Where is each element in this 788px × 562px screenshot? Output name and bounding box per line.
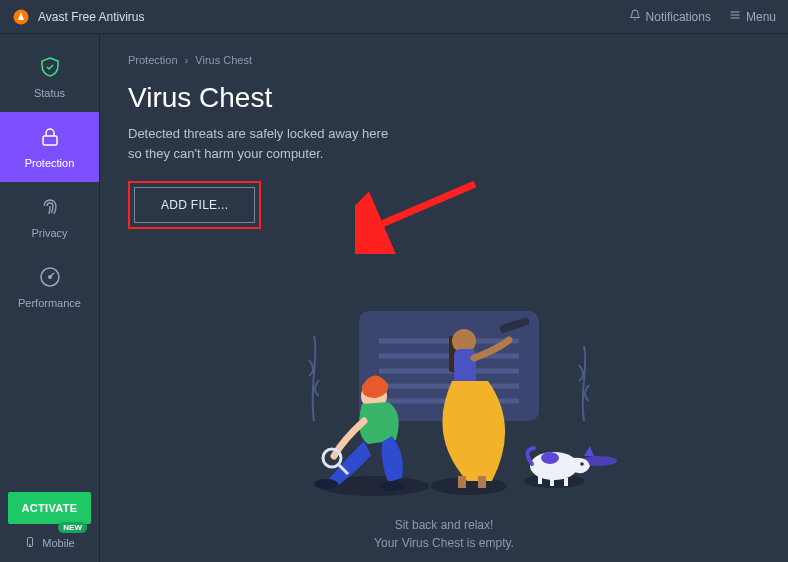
svg-point-32 — [541, 452, 559, 464]
sidebar-item-performance[interactable]: Performance — [0, 252, 99, 322]
sidebar-item-label: Protection — [25, 157, 75, 169]
empty-illustration-icon — [254, 286, 634, 506]
sidebar-item-mobile[interactable]: NEW Mobile — [0, 530, 99, 562]
add-file-button[interactable]: ADD FILE... — [134, 187, 255, 223]
chevron-right-icon: › — [185, 54, 189, 66]
sidebar-item-status[interactable]: Status — [0, 42, 99, 112]
breadcrumb-current: Virus Chest — [195, 54, 252, 66]
empty-state: Sit back and relax! Your Virus Chest is … — [100, 286, 788, 552]
content-area: Protection › Virus Chest Virus Chest Det… — [100, 34, 788, 562]
annotation-arrow-icon — [355, 174, 485, 258]
lock-icon — [38, 125, 62, 151]
sidebar-item-label: Performance — [18, 297, 81, 309]
sidebar-item-label: Privacy — [31, 227, 67, 239]
shield-check-icon — [38, 55, 62, 81]
empty-state-text: Sit back and relax! Your Virus Chest is … — [374, 516, 514, 552]
svg-line-9 — [370, 184, 475, 229]
page-title: Virus Chest — [128, 82, 760, 114]
notifications-label: Notifications — [646, 10, 711, 24]
bell-icon — [629, 9, 641, 24]
svg-rect-4 — [43, 136, 57, 145]
activate-button[interactable]: ACTIVATE — [8, 492, 91, 524]
svg-point-27 — [380, 481, 404, 491]
notifications-button[interactable]: Notifications — [629, 9, 711, 24]
mobile-label: Mobile — [42, 537, 74, 549]
sidebar: Status Protection Privacy — [0, 34, 100, 562]
titlebar: Avast Free Antivirus Notifications Menu — [0, 0, 788, 34]
breadcrumb-root[interactable]: Protection — [128, 54, 178, 66]
svg-rect-21 — [454, 349, 476, 384]
new-badge: NEW — [58, 522, 87, 533]
sidebar-item-privacy[interactable]: Privacy — [0, 182, 99, 252]
svg-rect-22 — [458, 476, 466, 488]
app-title: Avast Free Antivirus — [38, 10, 145, 24]
gauge-icon — [38, 265, 62, 291]
breadcrumb: Protection › Virus Chest — [128, 54, 760, 66]
svg-point-26 — [314, 479, 338, 489]
svg-point-8 — [30, 545, 31, 546]
svg-point-6 — [48, 276, 50, 278]
svg-rect-23 — [478, 476, 486, 488]
phone-icon — [24, 536, 36, 550]
menu-label: Menu — [746, 10, 776, 24]
menu-button[interactable]: Menu — [729, 9, 776, 24]
hamburger-icon — [729, 9, 741, 24]
sidebar-item-label: Status — [34, 87, 65, 99]
fingerprint-icon — [38, 195, 62, 221]
svg-point-31 — [580, 462, 584, 466]
annotation-highlight-box: ADD FILE... — [128, 181, 261, 229]
page-subtitle: Detected threats are safely locked away … — [128, 124, 428, 163]
sidebar-item-protection[interactable]: Protection — [0, 112, 99, 182]
avast-logo-icon — [12, 8, 30, 26]
